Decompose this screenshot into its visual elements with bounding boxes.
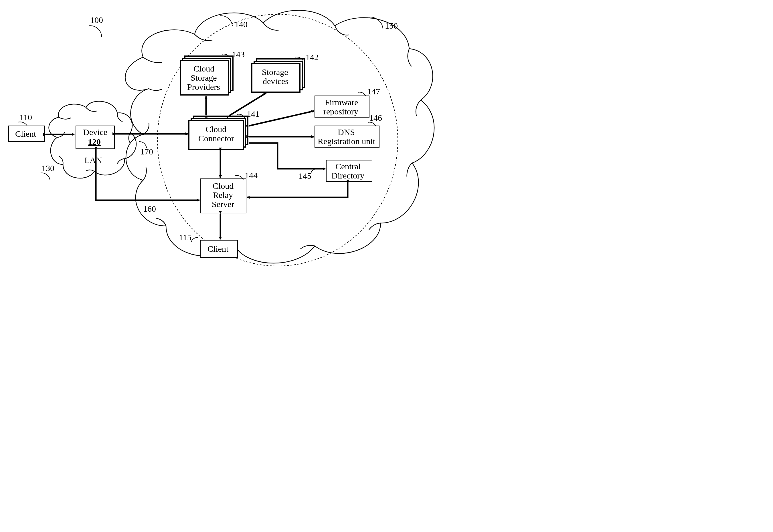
svg-text:Registration unit: Registration unit: [318, 136, 375, 146]
svg-text:110: 110: [19, 112, 32, 122]
refnum-146: 146: [368, 113, 382, 126]
refnum-110: 110: [18, 112, 32, 126]
svg-text:Firmware: Firmware: [325, 98, 358, 107]
arrow-connector-directory: [249, 143, 325, 169]
refnum-100: 100: [89, 15, 103, 37]
refnum-130: 130: [40, 163, 54, 180]
refnum-115: 115: [179, 233, 198, 242]
svg-text:Cloud: Cloud: [193, 64, 214, 73]
svg-text:170: 170: [140, 147, 153, 156]
cloud-connector-stack: Cloud Connector: [189, 116, 248, 149]
refnum-140: 140: [220, 16, 247, 29]
svg-text:142: 142: [306, 52, 318, 62]
svg-text:100: 100: [90, 15, 103, 25]
refnum-147: 147: [358, 87, 380, 96]
refnum-145: 145: [298, 169, 318, 180]
svg-text:DNS: DNS: [338, 127, 355, 137]
svg-text:repository: repository: [323, 107, 358, 116]
svg-text:Connector: Connector: [198, 134, 234, 143]
svg-text:Relay: Relay: [213, 190, 233, 200]
svg-text:146: 146: [369, 113, 382, 122]
client-left-label: Client: [15, 129, 36, 138]
svg-text:147: 147: [367, 87, 380, 96]
svg-text:141: 141: [247, 109, 259, 118]
arrow-relay-directory: [247, 182, 348, 197]
arrow-device-relay: [96, 149, 199, 200]
svg-text:Storage: Storage: [191, 73, 217, 82]
svg-text:115: 115: [179, 233, 191, 242]
svg-text:Directory: Directory: [331, 171, 364, 180]
svg-text:130: 130: [41, 163, 54, 173]
svg-text:Cloud: Cloud: [205, 124, 226, 134]
svg-text:Cloud: Cloud: [213, 181, 233, 190]
cloud-storage-providers-stack: Cloud Storage Providers: [180, 56, 233, 95]
refnum-160: 160: [143, 204, 156, 213]
storage-devices-stack: Storage devices: [252, 59, 304, 92]
svg-text:devices: devices: [263, 76, 288, 86]
svg-text:144: 144: [245, 170, 257, 180]
svg-text:Server: Server: [212, 199, 234, 209]
svg-text:150: 150: [385, 21, 398, 30]
svg-text:Providers: Providers: [187, 82, 220, 92]
svg-text:Central: Central: [335, 162, 360, 171]
svg-text:140: 140: [235, 19, 247, 29]
svg-text:160: 160: [143, 204, 156, 213]
diagram-canvas: LAN Client Device 120 Cloud Storage Prov…: [0, 0, 441, 303]
svg-text:Storage: Storage: [262, 67, 288, 77]
svg-text:145: 145: [298, 171, 311, 180]
device-num-label: 120: [88, 137, 101, 146]
refnum-150: 150: [369, 17, 398, 30]
lan-label: LAN: [84, 155, 102, 165]
client-bottom-label: Client: [207, 244, 229, 253]
svg-text:143: 143: [232, 49, 245, 59]
device-label: Device: [83, 127, 107, 137]
refnum-170: 170: [139, 142, 153, 156]
